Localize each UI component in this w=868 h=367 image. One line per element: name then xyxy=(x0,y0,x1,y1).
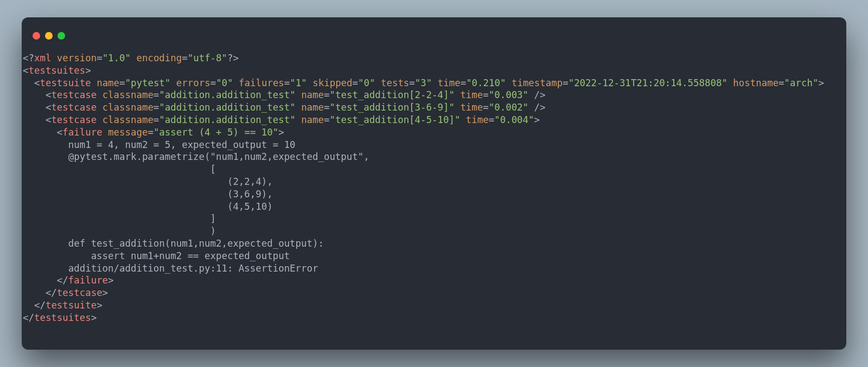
ts-name: "pytest" xyxy=(125,78,171,88)
failure-close: failure xyxy=(68,275,108,286)
close-icon[interactable] xyxy=(33,32,40,40)
testsuite-open: testsuite xyxy=(40,78,91,88)
code-block[interactable]: <?xml version="1.0" encoding="utf-8"?> <… xyxy=(22,44,846,335)
testcase-3: testcase xyxy=(51,114,97,125)
traffic-lights xyxy=(22,17,846,44)
xml-pi: xml xyxy=(34,53,51,63)
testsuites-open: testsuites xyxy=(28,65,85,76)
minimize-icon[interactable] xyxy=(45,32,53,40)
testsuites-close: testsuites xyxy=(34,312,91,323)
failure-open: failure xyxy=(62,127,102,138)
testcase-close: testcase xyxy=(57,287,103,298)
failure-text: num1 = 4, num2 = 5, expected_output = 10 xyxy=(34,139,296,150)
testcase-2: testcase xyxy=(51,102,97,113)
testcase-1: testcase xyxy=(51,89,97,100)
zoom-icon[interactable] xyxy=(58,32,65,40)
code-window: <?xml version="1.0" encoding="utf-8"?> <… xyxy=(22,17,846,350)
testsuite-close: testsuite xyxy=(46,300,97,311)
